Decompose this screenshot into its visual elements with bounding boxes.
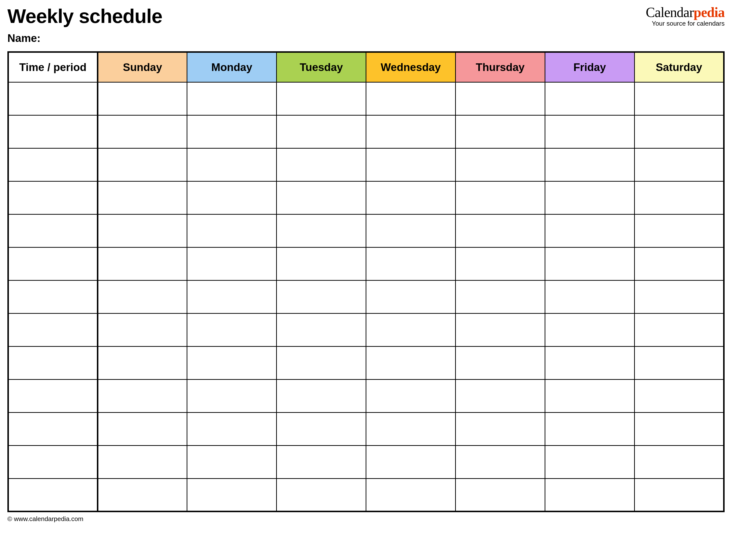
schedule-cell bbox=[634, 445, 724, 478]
header: Weekly schedule Name: Calendarpedia Your… bbox=[7, 5, 725, 44]
schedule-cell bbox=[634, 346, 724, 379]
time-cell bbox=[8, 181, 98, 214]
schedule-table: Time / periodSundayMondayTuesdayWednesda… bbox=[7, 51, 725, 512]
schedule-cell bbox=[277, 313, 366, 346]
schedule-cell bbox=[634, 247, 724, 280]
schedule-cell bbox=[366, 313, 456, 346]
brand-tagline: Your source for calendars bbox=[646, 20, 725, 27]
schedule-cell bbox=[634, 478, 724, 511]
schedule-cell bbox=[187, 115, 277, 148]
schedule-cell bbox=[98, 280, 187, 313]
name-label: Name: bbox=[7, 32, 162, 44]
schedule-cell bbox=[366, 181, 456, 214]
schedule-cell bbox=[366, 412, 456, 445]
schedule-cell bbox=[277, 247, 366, 280]
schedule-cell bbox=[277, 214, 366, 247]
schedule-cell bbox=[98, 313, 187, 346]
schedule-cell bbox=[187, 214, 277, 247]
schedule-row bbox=[8, 346, 724, 379]
schedule-cell bbox=[187, 379, 277, 412]
schedule-row bbox=[8, 478, 724, 511]
schedule-row bbox=[8, 82, 724, 115]
day-header-sunday: Sunday bbox=[98, 52, 187, 82]
schedule-row bbox=[8, 379, 724, 412]
schedule-cell bbox=[455, 148, 545, 181]
schedule-cell bbox=[634, 214, 724, 247]
schedule-cell bbox=[366, 280, 456, 313]
schedule-cell bbox=[277, 82, 366, 115]
schedule-cell bbox=[277, 445, 366, 478]
schedule-row bbox=[8, 247, 724, 280]
schedule-cell bbox=[455, 247, 545, 280]
day-header-friday: Friday bbox=[545, 52, 634, 82]
time-cell bbox=[8, 280, 98, 313]
time-cell bbox=[8, 115, 98, 148]
time-cell bbox=[8, 445, 98, 478]
schedule-cell bbox=[277, 280, 366, 313]
page-title: Weekly schedule bbox=[7, 5, 162, 28]
schedule-cell bbox=[98, 148, 187, 181]
schedule-cell bbox=[98, 445, 187, 478]
schedule-cell bbox=[98, 478, 187, 511]
schedule-cell bbox=[545, 115, 634, 148]
schedule-cell bbox=[98, 181, 187, 214]
title-block: Weekly schedule Name: bbox=[7, 5, 162, 44]
schedule-cell bbox=[455, 478, 545, 511]
schedule-cell bbox=[187, 181, 277, 214]
schedule-cell bbox=[187, 478, 277, 511]
day-header-thursday: Thursday bbox=[455, 52, 545, 82]
schedule-cell bbox=[455, 280, 545, 313]
schedule-cell bbox=[634, 379, 724, 412]
schedule-cell bbox=[277, 412, 366, 445]
schedule-cell bbox=[98, 214, 187, 247]
day-header-monday: Monday bbox=[187, 52, 277, 82]
schedule-cell bbox=[455, 115, 545, 148]
schedule-cell bbox=[187, 445, 277, 478]
schedule-row bbox=[8, 280, 724, 313]
schedule-cell bbox=[366, 346, 456, 379]
schedule-cell bbox=[366, 379, 456, 412]
schedule-cell bbox=[634, 115, 724, 148]
time-cell bbox=[8, 313, 98, 346]
table-body bbox=[8, 82, 724, 511]
day-header-saturday: Saturday bbox=[634, 52, 724, 82]
schedule-cell bbox=[634, 280, 724, 313]
schedule-row bbox=[8, 313, 724, 346]
time-cell bbox=[8, 247, 98, 280]
schedule-cell bbox=[634, 313, 724, 346]
time-cell bbox=[8, 214, 98, 247]
schedule-cell bbox=[366, 214, 456, 247]
schedule-cell bbox=[455, 181, 545, 214]
time-cell bbox=[8, 478, 98, 511]
schedule-cell bbox=[277, 181, 366, 214]
schedule-cell bbox=[366, 82, 456, 115]
schedule-cell bbox=[455, 82, 545, 115]
schedule-cell bbox=[634, 412, 724, 445]
schedule-cell bbox=[98, 379, 187, 412]
schedule-cell bbox=[366, 247, 456, 280]
schedule-cell bbox=[366, 478, 456, 511]
schedule-cell bbox=[277, 478, 366, 511]
schedule-cell bbox=[545, 412, 634, 445]
schedule-cell bbox=[545, 181, 634, 214]
schedule-cell bbox=[455, 214, 545, 247]
schedule-cell bbox=[455, 445, 545, 478]
schedule-cell bbox=[277, 148, 366, 181]
schedule-row bbox=[8, 148, 724, 181]
schedule-cell bbox=[455, 412, 545, 445]
schedule-cell bbox=[545, 379, 634, 412]
day-header-wednesday: Wednesday bbox=[366, 52, 456, 82]
schedule-cell bbox=[187, 313, 277, 346]
schedule-cell bbox=[634, 181, 724, 214]
schedule-cell bbox=[545, 148, 634, 181]
schedule-cell bbox=[187, 346, 277, 379]
time-cell bbox=[8, 148, 98, 181]
schedule-cell bbox=[98, 82, 187, 115]
time-period-header: Time / period bbox=[8, 52, 98, 82]
schedule-cell bbox=[634, 82, 724, 115]
time-cell bbox=[8, 379, 98, 412]
schedule-cell bbox=[187, 82, 277, 115]
schedule-row bbox=[8, 214, 724, 247]
time-cell bbox=[8, 346, 98, 379]
schedule-cell bbox=[366, 148, 456, 181]
